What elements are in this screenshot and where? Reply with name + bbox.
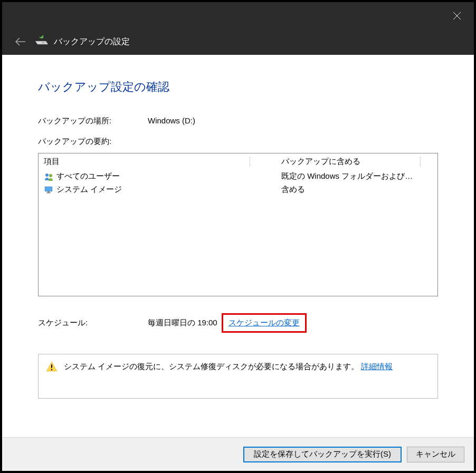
header-include[interactable]: バックアップに含める bbox=[281, 157, 421, 167]
titlebar: バックアップの設定 bbox=[2, 2, 474, 55]
row-include: 既定の Windows フォルダーおよび… bbox=[281, 171, 432, 181]
summary-label: バックアップの要約: bbox=[38, 137, 438, 147]
row-item: すべてのユーザー bbox=[56, 171, 281, 181]
monitor-icon bbox=[44, 186, 54, 194]
arrow-left-icon bbox=[15, 37, 26, 46]
backup-device-icon bbox=[34, 34, 50, 50]
highlight-box: スケジュールの変更 bbox=[222, 313, 307, 333]
row-item: システム イメージ bbox=[56, 185, 281, 195]
back-button[interactable] bbox=[14, 35, 27, 49]
cancel-button[interactable]: キャンセル bbox=[407, 447, 464, 462]
svg-rect-8 bbox=[46, 192, 51, 194]
summary-table: 項目 バックアップに含める すべてのユーザー 既定の Windows フォルダー… bbox=[38, 153, 438, 296]
svg-rect-7 bbox=[47, 191, 50, 192]
table-row[interactable]: すべてのユーザー 既定の Windows フォルダーおよび… bbox=[39, 170, 437, 183]
schedule-value: 毎週日曜日の 19:00 bbox=[148, 318, 217, 328]
row-include: 含める bbox=[281, 185, 432, 195]
page-heading: バックアップ設定の確認 bbox=[38, 79, 438, 95]
info-panel: システム イメージの復元に、システム修復ディスクが必要になる場合があります。 詳… bbox=[38, 354, 438, 399]
table-header: 項目 バックアップに含める bbox=[39, 153, 437, 170]
content-area: バックアップ設定の確認 バックアップの場所: Windows (D:) バックア… bbox=[2, 55, 474, 437]
info-text-container: システム イメージの復元に、システム修復ディスクが必要になる場合があります。 詳… bbox=[64, 361, 393, 372]
close-icon bbox=[453, 12, 461, 20]
footer: 設定を保存してバックアップを実行(S) キャンセル bbox=[2, 437, 474, 471]
location-value: Windows (D:) bbox=[148, 116, 195, 126]
more-info-link[interactable]: 詳細情報 bbox=[361, 362, 393, 371]
info-text: システム イメージの復元に、システム修復ディスクが必要になる場合があります。 bbox=[64, 362, 359, 371]
location-label: バックアップの場所: bbox=[38, 116, 148, 126]
header-item[interactable]: 項目 bbox=[44, 157, 250, 167]
window-title: バックアップの設定 bbox=[54, 36, 130, 47]
save-run-button[interactable]: 設定を保存してバックアップを実行(S) bbox=[243, 447, 402, 462]
svg-point-4 bbox=[45, 173, 49, 177]
svg-rect-9 bbox=[51, 364, 52, 368]
users-icon bbox=[44, 172, 54, 181]
svg-point-5 bbox=[49, 174, 52, 177]
close-button[interactable] bbox=[450, 8, 464, 23]
schedule-row: スケジュール: 毎週日曜日の 19:00 スケジュールの変更 bbox=[38, 313, 438, 333]
table-row[interactable]: システム イメージ 含める bbox=[39, 183, 437, 196]
warning-icon bbox=[46, 361, 58, 373]
svg-point-10 bbox=[51, 369, 52, 370]
location-row: バックアップの場所: Windows (D:) bbox=[38, 116, 438, 126]
backup-settings-window: バックアップの設定 バックアップ設定の確認 バックアップの場所: Windows… bbox=[2, 2, 474, 471]
schedule-label: スケジュール: bbox=[38, 318, 148, 328]
change-schedule-link[interactable]: スケジュールの変更 bbox=[229, 318, 300, 327]
svg-point-3 bbox=[42, 42, 45, 44]
svg-rect-6 bbox=[45, 187, 52, 191]
